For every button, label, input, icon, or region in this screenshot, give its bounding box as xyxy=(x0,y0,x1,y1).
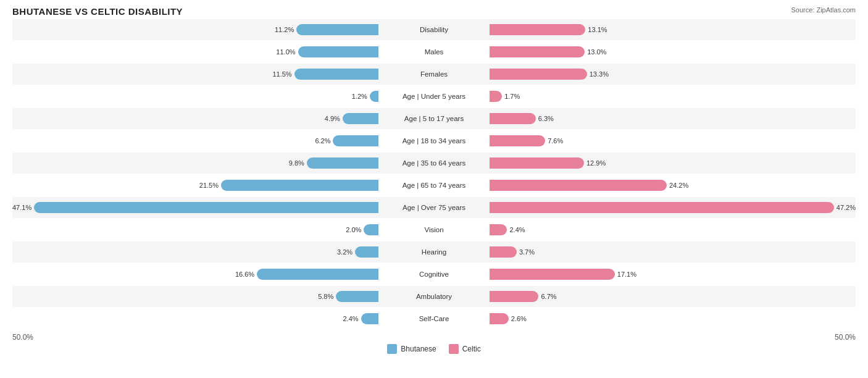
bar-pink-7 xyxy=(490,180,667,191)
row-left-7: 21.5% xyxy=(12,175,378,196)
bar-blue-1 xyxy=(298,46,378,57)
bar-pink-4 xyxy=(490,113,536,124)
row-label-2: Females xyxy=(378,70,490,78)
axis-row: 50.0% 50.0% xyxy=(12,333,856,342)
bar-pink-5 xyxy=(490,135,545,146)
source-label: Source: ZipAtlas.com xyxy=(791,6,856,14)
bar-pink-0 xyxy=(490,24,585,35)
row-left-2: 11.5% xyxy=(12,64,378,85)
legend-celtic: Celtic xyxy=(449,344,481,354)
row-label-6: Age | 35 to 64 years xyxy=(378,159,490,167)
bar-pink-2 xyxy=(490,69,587,80)
bar-pink-10 xyxy=(490,246,517,258)
row-left-4: 4.9% xyxy=(12,108,378,129)
legend: Bhutanese Celtic xyxy=(12,344,856,354)
val-right-7: 24.2% xyxy=(669,182,688,189)
val-left-4: 4.9% xyxy=(325,115,340,122)
bar-blue-10 xyxy=(355,246,378,258)
table-row: 4.9% Age | 5 to 17 years 6.3% xyxy=(12,108,856,129)
val-right-5: 7.6% xyxy=(548,137,563,145)
row-left-0: 11.2% xyxy=(12,19,378,40)
val-right-4: 6.3% xyxy=(538,115,554,122)
val-left-7: 21.5% xyxy=(199,182,219,189)
val-left-3: 1.2% xyxy=(352,93,367,100)
row-label-12: Ambulatory xyxy=(378,293,490,300)
bar-blue-12 xyxy=(336,291,378,302)
val-left-5: 6.2% xyxy=(315,137,330,145)
table-row: 5.8% Ambulatory 6.7% xyxy=(12,286,856,307)
val-right-6: 12.9% xyxy=(586,159,606,167)
row-left-9: 2.0% xyxy=(12,219,378,240)
row-right-11: 17.1% xyxy=(490,264,856,285)
row-right-7: 24.2% xyxy=(490,175,856,196)
row-right-0: 13.1% xyxy=(490,19,856,40)
row-left-11: 16.6% xyxy=(12,264,378,285)
val-right-1: 13.0% xyxy=(587,48,606,56)
bar-blue-3 xyxy=(370,91,378,102)
row-label-13: Self-Care xyxy=(378,315,490,322)
val-left-12: 5.8% xyxy=(318,293,333,300)
val-left-9: 2.0% xyxy=(346,226,361,233)
table-row: 3.2% Hearing 3.7% xyxy=(12,242,856,262)
row-label-1: Males xyxy=(378,48,490,56)
row-left-3: 1.2% xyxy=(12,86,378,107)
table-row: 1.2% Age | Under 5 years 1.7% xyxy=(12,86,856,107)
bar-blue-0 xyxy=(296,24,378,35)
bar-pink-6 xyxy=(490,158,584,169)
val-left-6: 9.8% xyxy=(289,159,304,167)
bar-pink-9 xyxy=(490,224,507,235)
val-left-8: 47.1% xyxy=(12,204,31,211)
table-row: 47.1% Age | Over 75 years 47.2% xyxy=(12,197,856,218)
val-right-13: 2.6% xyxy=(511,315,527,322)
row-right-10: 3.7% xyxy=(490,242,856,262)
table-row: 2.0% Vision 2.4% xyxy=(12,219,856,240)
bar-pink-12 xyxy=(490,291,538,302)
val-right-9: 2.4% xyxy=(509,226,525,233)
row-left-1: 11.0% xyxy=(12,41,378,62)
row-left-13: 2.4% xyxy=(12,308,378,329)
row-right-5: 7.6% xyxy=(490,130,856,151)
table-row: 9.8% Age | 35 to 64 years 12.9% xyxy=(12,153,856,174)
val-left-1: 11.0% xyxy=(276,48,295,56)
bar-pink-8 xyxy=(490,202,834,213)
bar-pink-13 xyxy=(490,313,509,324)
row-label-7: Age | 65 to 74 years xyxy=(378,182,490,189)
bar-blue-13 xyxy=(361,313,378,324)
axis-right: 50.0% xyxy=(835,333,856,342)
legend-pink-box xyxy=(449,344,459,354)
table-row: 11.2% Disability 13.1% xyxy=(12,19,856,40)
chart-container: BHUTANESE VS CELTIC DISABILITY Source: Z… xyxy=(0,0,868,378)
val-right-3: 1.7% xyxy=(504,93,520,100)
row-left-8: 47.1% xyxy=(12,197,378,218)
bar-pink-3 xyxy=(490,91,502,102)
val-left-13: 2.4% xyxy=(343,315,358,322)
row-right-1: 13.0% xyxy=(490,41,856,62)
table-row: 6.2% Age | 18 to 34 years 7.6% xyxy=(12,130,856,151)
val-right-12: 6.7% xyxy=(541,293,556,300)
val-right-8: 47.2% xyxy=(837,204,856,211)
bar-blue-7 xyxy=(221,180,378,191)
bar-blue-5 xyxy=(333,135,378,146)
row-left-5: 6.2% xyxy=(12,130,378,151)
row-label-4: Age | 5 to 17 years xyxy=(378,115,490,122)
val-left-2: 11.5% xyxy=(272,70,291,78)
row-label-5: Age | 18 to 34 years xyxy=(378,137,490,145)
legend-bhutanese-label: Bhutanese xyxy=(401,345,436,353)
val-left-10: 3.2% xyxy=(337,248,353,256)
legend-bhutanese: Bhutanese xyxy=(387,344,436,354)
row-right-12: 6.7% xyxy=(490,286,856,307)
row-left-12: 5.8% xyxy=(12,286,378,307)
bar-blue-6 xyxy=(307,158,378,169)
row-right-9: 2.4% xyxy=(490,219,856,240)
row-right-3: 1.7% xyxy=(490,86,856,107)
table-row: 2.4% Self-Care 2.6% xyxy=(12,308,856,329)
row-label-10: Hearing xyxy=(378,248,490,256)
val-left-11: 16.6% xyxy=(235,271,254,278)
legend-blue-box xyxy=(387,344,397,354)
row-label-9: Vision xyxy=(378,226,490,233)
row-right-4: 6.3% xyxy=(490,108,856,129)
row-right-2: 13.3% xyxy=(490,64,856,85)
val-right-0: 13.1% xyxy=(588,26,607,33)
row-left-6: 9.8% xyxy=(12,153,378,174)
row-right-13: 2.6% xyxy=(490,308,856,329)
